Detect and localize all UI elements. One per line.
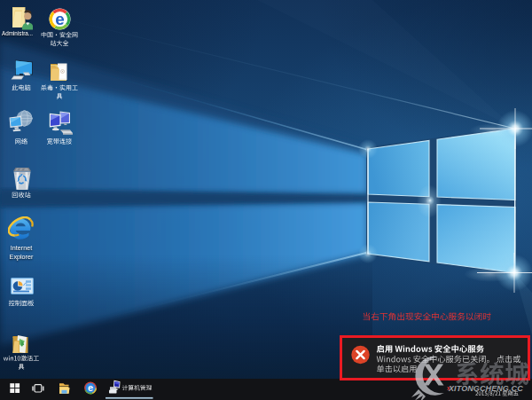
svg-text:x: x <box>447 385 450 391</box>
